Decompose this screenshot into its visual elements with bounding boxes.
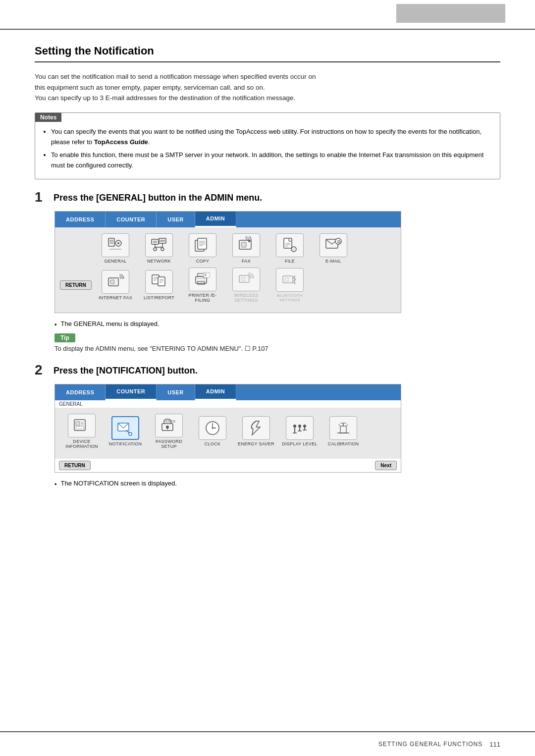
svg-rect-52 bbox=[285, 278, 289, 281]
icon-display[interactable]: DISPLAY LEVEL bbox=[280, 416, 320, 446]
admin-screen-1: ADDRESS COUNTER USER Admin RETURN bbox=[55, 212, 401, 313]
clock-icon bbox=[203, 419, 222, 437]
icon-bluetooth-box bbox=[276, 268, 304, 292]
svg-rect-79 bbox=[340, 426, 346, 433]
icon-email-label: E-MAIL bbox=[325, 259, 341, 264]
tab2-address[interactable]: ADDRESS bbox=[55, 384, 106, 400]
screen2-image: ADDRESS COUNTER USER Admin GENERAL bbox=[54, 384, 401, 473]
step2-header: 2 Press the [NOTIFICATION] button. bbox=[35, 363, 500, 377]
menu-row-1: RETURN bbox=[60, 233, 396, 264]
tip-box: Tip To display the ADMIN menu, see "ENTE… bbox=[54, 333, 500, 352]
icon-printer-label: PRINTER /E-FILING bbox=[183, 293, 222, 303]
icon-display-label: DISPLAY LEVEL bbox=[282, 441, 318, 446]
icon-list-report[interactable]: LIST/REPORT bbox=[139, 270, 179, 300]
printer-icon: E bbox=[193, 270, 213, 288]
list-report-icon bbox=[149, 273, 169, 291]
svg-point-22 bbox=[248, 240, 250, 242]
icon-notification-box bbox=[111, 416, 139, 440]
icon-device-box bbox=[68, 414, 96, 437]
wireless-icon bbox=[236, 270, 256, 288]
return-btn-1[interactable]: RETURN bbox=[60, 280, 92, 290]
icon-list-report-label: LIST/REPORT bbox=[144, 295, 174, 300]
tab-user[interactable]: USER bbox=[157, 212, 195, 227]
svg-point-70 bbox=[298, 425, 301, 428]
icon-fax[interactable]: FAX bbox=[226, 233, 266, 264]
step1-bullet-text: The GENERAL menu is displayed. bbox=[61, 320, 160, 327]
icon-notification[interactable]: NOTIFICATION bbox=[106, 416, 145, 446]
calibration-icon bbox=[333, 419, 353, 437]
icon-file[interactable]: ○ FILE bbox=[270, 233, 310, 264]
svg-rect-15 bbox=[198, 238, 207, 249]
icon-internet-fax-label: INTERNET FAX bbox=[99, 295, 132, 300]
icon-network-label: NETWORK bbox=[147, 259, 171, 264]
svg-text:○: ○ bbox=[292, 248, 294, 251]
step2-bullet: • The NOTIFICATION screen is displayed. bbox=[54, 480, 500, 488]
tab2-counter[interactable]: COUNTER bbox=[106, 384, 157, 400]
intro-line1: You can set the notification mail to sen… bbox=[35, 73, 316, 80]
icon-calibration[interactable]: CALIBRATION bbox=[323, 416, 363, 446]
intro-line2: this equipment such as toner empty, pape… bbox=[35, 84, 265, 91]
display-icon bbox=[290, 419, 310, 437]
tab-bar-2: ADDRESS COUNTER USER Admin bbox=[55, 384, 401, 400]
file-icon: ○ bbox=[280, 236, 300, 254]
next-btn[interactable]: Next bbox=[375, 461, 397, 470]
svg-rect-38 bbox=[158, 277, 165, 286]
icon-email[interactable]: ⊙ E-MAIL bbox=[314, 233, 353, 264]
menu-icons-area-2: DEVICE INFORMATION bbox=[55, 408, 401, 459]
internet-fax-icon bbox=[106, 273, 125, 291]
notes-item-1: You can specify the events that you want… bbox=[51, 127, 493, 148]
icon-notification-label: NOTIFICATION bbox=[109, 441, 142, 446]
svg-rect-44 bbox=[198, 281, 205, 284]
general-label: GENERAL bbox=[55, 400, 401, 408]
footer-page: 111 bbox=[489, 741, 500, 748]
page-title: Setting the Notification bbox=[35, 45, 500, 62]
notes-label: Notes bbox=[35, 113, 61, 122]
return-btn-2[interactable]: RETURN bbox=[59, 461, 91, 470]
icon-energy[interactable]: ENERGY SAVER bbox=[236, 416, 276, 446]
svg-rect-21 bbox=[241, 242, 246, 247]
main-content: Setting the Notification You can set the… bbox=[0, 30, 535, 518]
icon-wireless[interactable]: WIRELESS SETTINGS bbox=[226, 268, 266, 303]
svg-point-13 bbox=[161, 248, 164, 251]
icon-calibration-box bbox=[329, 416, 357, 440]
icon-device[interactable]: DEVICE INFORMATION bbox=[62, 414, 102, 449]
tab2-user[interactable]: USER bbox=[157, 384, 195, 400]
step2-title: Press the [NOTIFICATION] button. bbox=[54, 363, 198, 377]
device-icon bbox=[72, 417, 92, 434]
icon-internet-fax-box bbox=[102, 270, 129, 294]
tab-address[interactable]: ADDRESS bbox=[55, 212, 106, 227]
icon-bluetooth[interactable]: Bluetooth SETTINGS bbox=[270, 268, 310, 302]
svg-point-69 bbox=[293, 425, 296, 428]
tab-admin-active[interactable]: Admin bbox=[195, 212, 237, 227]
icon-clock[interactable]: CLOCK bbox=[193, 416, 232, 446]
icon-clock-box bbox=[199, 416, 226, 440]
icon-copy[interactable]: COPY bbox=[183, 233, 222, 264]
icon-password-box: XXXX bbox=[155, 414, 183, 437]
icon-general[interactable]: GENERAL bbox=[96, 233, 135, 264]
bullet-dot-1: • bbox=[54, 321, 57, 328]
copy-icon bbox=[193, 236, 213, 254]
icon-password[interactable]: XXXX PASSWORD SETUP bbox=[149, 414, 189, 449]
bullet-dot-2: • bbox=[54, 481, 57, 488]
svg-line-83 bbox=[346, 424, 348, 426]
admin-screen-2: ADDRESS COUNTER USER Admin GENERAL bbox=[55, 384, 401, 472]
icon-fax-label: FAX bbox=[242, 259, 251, 264]
svg-rect-6 bbox=[153, 241, 157, 243]
tab2-admin[interactable]: Admin bbox=[195, 384, 237, 400]
icon-copy-label: COPY bbox=[196, 259, 210, 264]
icon-energy-box bbox=[242, 416, 270, 440]
icon-internet-fax[interactable]: INTERNET FAX bbox=[96, 270, 135, 300]
icon-file-box: ○ bbox=[276, 233, 304, 257]
icon-calibration-label: CALIBRATION bbox=[328, 441, 359, 446]
tab-counter[interactable]: COUNTER bbox=[106, 212, 157, 227]
password-icon: XXXX bbox=[159, 417, 179, 434]
menu-row-step2: DEVICE INFORMATION bbox=[60, 414, 396, 449]
general-icon bbox=[106, 236, 125, 254]
icon-file-label: FILE bbox=[285, 259, 295, 264]
icon-network[interactable]: NETWORK bbox=[139, 233, 179, 264]
step1-title: Press the [GENERAL] button in the ADMIN … bbox=[54, 190, 262, 204]
step1-bullet: • The GENERAL menu is displayed. bbox=[54, 320, 500, 328]
icon-printer[interactable]: E PRINTER /E-FILING bbox=[183, 268, 222, 303]
svg-text:⊙: ⊙ bbox=[337, 239, 341, 244]
icon-copy-box bbox=[189, 233, 216, 257]
